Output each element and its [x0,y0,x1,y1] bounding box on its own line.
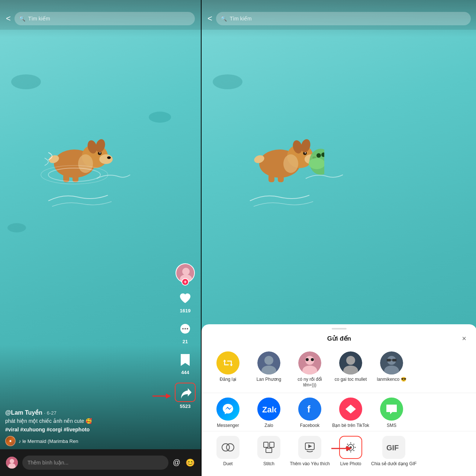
comment-placeholder: Thêm bình luận... [28,460,68,466]
creator-avatar-container[interactable]: + [176,263,195,283]
svg-point-20 [187,328,188,329]
svg-point-24 [10,440,12,442]
bookmark-button[interactable]: 444 [177,352,193,375]
like-button[interactable]: 1619 [177,290,193,313]
zalo-icon: Zalo [257,398,280,421]
actions-row: Duet Stitch [202,432,476,469]
share-icon [177,384,193,401]
action-duet[interactable]: Duet [208,436,248,466]
follow-button[interactable]: + [181,278,189,286]
comment-icons: @ 😊 [173,458,195,467]
svg-point-55 [306,358,309,361]
contact-mullet[interactable]: co gai toc mullet [330,351,371,388]
contact-cony[interactable]: có ny rồi đổi tên=))) [289,351,330,388]
svg-point-11 [78,154,93,173]
app-zalo[interactable]: Zalo Zalo [248,398,289,428]
svg-point-2 [99,154,113,164]
sheet-header: Gửi đến × [202,329,476,348]
action-favorite[interactable]: Thêm vào Yêu thích [289,436,330,466]
svg-marker-68 [345,405,356,414]
app-zalo-label: Zalo [264,423,273,428]
sheet-title: Gửi đến [327,335,351,342]
music-disc-icon [5,436,16,446]
svg-point-58 [346,356,355,365]
action-favorite-label: Thêm vào Yêu thích [290,461,329,466]
svg-rect-37 [278,175,284,182]
contact-lanmiken[interactable]: lanmikenco 😎 [371,351,412,388]
right-screen: < 🔍 Tìm kiếm + 1618 [202,0,476,476]
svg-point-80 [350,443,351,444]
contacts-row: Đăng lại Lan Phương [202,348,476,392]
svg-text:Zalo: Zalo [262,405,276,414]
svg-point-56 [311,358,314,361]
svg-point-87 [353,444,354,445]
contact-repost[interactable]: Đăng lại [208,351,248,388]
app-sms-label: SMS [387,423,396,428]
search-placeholder: Tìm kiếm [28,16,50,22]
app-sms[interactable]: SMS [371,398,412,428]
action-duet-label: Duet [223,461,232,466]
username[interactable]: @Lam Tuyền [5,409,42,416]
back-button-right[interactable]: < [208,14,212,23]
comment-bar: Thêm bình luận... @ 😊 [0,449,201,476]
video-info: @Lam Tuyền · 6-27 phát hiện một chiếc ản… [5,409,175,446]
contact-avatar-4 [380,351,403,374]
contact-name-1: Lan Phương [257,377,281,383]
row-divider-1 [202,393,476,393]
action-stitch-label: Stitch [263,461,274,466]
share-button[interactable]: 5523 [175,383,196,409]
app-messenger[interactable]: Messenger [208,398,248,428]
sheet-close-button[interactable]: × [459,333,469,344]
contact-name-3: co gai toc mullet [335,377,367,383]
comment-count: 21 [183,339,188,344]
emoji-icon[interactable]: 😊 [186,458,195,467]
tiktok-friends-icon [339,398,362,421]
row-divider-2 [202,431,476,431]
app-tiktok-friends-label: Bạn bè trên TikTok [332,423,369,428]
svg-point-19 [184,328,186,329]
svg-point-83 [355,447,356,448]
music-title: ♪ le Mermaid (Marimba Ren [19,438,78,444]
contact-avatar-2 [298,351,321,374]
svg-point-26 [10,459,14,463]
stitch-icon-box [257,436,280,459]
back-button[interactable]: < [6,14,11,23]
left-screen: < 🔍 Tìm kiếm + 1619 [0,0,201,476]
svg-rect-72 [270,442,274,447]
svg-point-32 [305,152,306,154]
svg-rect-63 [387,359,391,361]
svg-text:GIF: GIF [386,444,399,452]
sms-icon [380,398,403,421]
contact-avatar-1 [257,351,280,374]
hashtags[interactable]: #viral #xuhuong #corgi #livephoto [5,426,175,434]
comment-input[interactable]: Thêm bình luận... [22,456,168,470]
svg-marker-47 [223,360,226,361]
favorite-icon-box [298,436,321,459]
svg-point-15 [182,268,190,275]
like-count: 1619 [180,308,191,313]
facebook-icon: f [298,398,321,421]
search-bar[interactable]: 🔍 Tìm kiếm [15,12,195,25]
search-bar-right[interactable]: 🔍 Tìm kiếm [216,12,471,25]
mention-icon[interactable]: @ [173,458,180,467]
corgi-illustration [37,126,119,186]
action-gif[interactable]: GIF Chia sẻ dưới dạng GIF [371,436,416,466]
action-stitch[interactable]: Stitch [248,436,289,466]
svg-point-70 [226,444,234,451]
contact-lan-phuong[interactable]: Lan Phương [248,351,289,388]
music-row[interactable]: ♪ le Mermaid (Marimba Ren [5,436,175,446]
duet-icon-box [216,436,239,459]
app-tiktok-friends[interactable]: Bạn bè trên TikTok [330,398,371,428]
svg-text:f: f [307,403,311,415]
action-livephoto-label: Live Photo [340,461,361,466]
contact-avatar-3 [339,351,362,374]
svg-marker-48 [230,364,233,366]
svg-point-18 [182,328,184,329]
top-bar-right: < 🔍 Tìm kiếm [202,0,476,30]
description: phát hiện một chiếc ảnh nền cute 🥰 [5,418,175,425]
comment-button[interactable]: 21 [177,321,193,344]
messenger-icon [216,398,239,421]
app-facebook[interactable]: f Facebook [289,398,330,428]
repost-icon [216,351,239,374]
gif-icon-box: GIF [382,436,405,459]
